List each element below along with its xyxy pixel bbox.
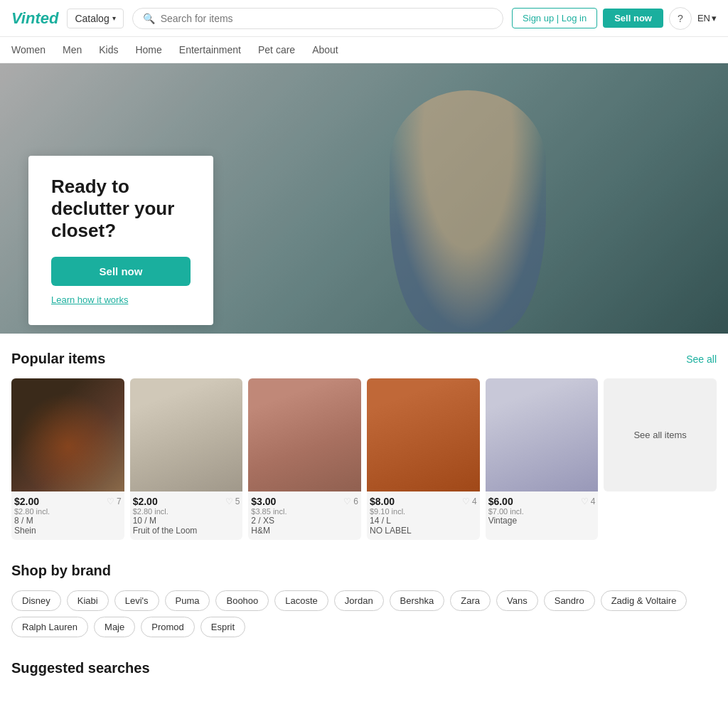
item-size: 2 / XS	[251, 516, 358, 526]
brand-tag-zadig-&-voltaire[interactable]: Zadig & Voltaire	[601, 590, 687, 611]
brand-tag-promod[interactable]: Promod	[141, 617, 195, 637]
brand-tag-boohoo[interactable]: Boohoo	[215, 590, 269, 611]
heart-icon: ♡	[581, 496, 589, 506]
sell-now-button[interactable]: Sell now	[603, 9, 663, 28]
item-info-3: $3.00 ♡ 6 $3.85 incl. 2 / XS H&M	[248, 491, 361, 540]
brand-tag-disney[interactable]: Disney	[11, 590, 61, 611]
brand-tag-ralph-lauren[interactable]: Ralph Lauren	[11, 617, 88, 637]
nav-kids[interactable]: Kids	[99, 44, 118, 55]
nav-men[interactable]: Men	[63, 44, 82, 55]
hero-card: Ready to declutter your closet? Sell now…	[28, 156, 213, 325]
item-image-4	[367, 378, 480, 491]
items-grid: $2.00 ♡ 7 $2.80 incl. 8 / M Shein	[11, 378, 717, 540]
list-item[interactable]: $6.00 ♡ 4 $7.00 incl. Vintage	[486, 378, 599, 540]
brand-tag-puma[interactable]: Puma	[165, 590, 210, 611]
likes-count: 5	[235, 496, 240, 506]
item-price-row: $2.00 ♡ 5	[133, 496, 240, 507]
brand-tag-sandro[interactable]: Sandro	[544, 590, 595, 611]
item-likes: ♡ 6	[343, 496, 358, 506]
item-image-5	[486, 378, 599, 491]
heart-icon: ♡	[107, 496, 114, 506]
chevron-down-icon: ▾	[112, 14, 116, 22]
search-icon: 🔍	[143, 13, 155, 24]
nav-women[interactable]: Women	[11, 44, 46, 55]
brand-tag-maje[interactable]: Maje	[94, 617, 135, 637]
item-price-incl: $2.80 incl.	[14, 507, 122, 516]
likes-count: 4	[591, 496, 596, 506]
item-price: $2.00	[133, 496, 158, 507]
logo[interactable]: Vinted	[11, 9, 58, 28]
popular-see-all-button[interactable]: See all	[686, 354, 717, 365]
auth-button[interactable]: Sign up | Log in	[512, 8, 597, 28]
hero-learn-link[interactable]: Learn how it works	[51, 294, 128, 305]
likes-count: 7	[117, 496, 122, 506]
item-likes: ♡ 7	[107, 496, 122, 506]
item-info-5: $6.00 ♡ 4 $7.00 incl. Vintage	[486, 491, 599, 530]
popular-items-title: Popular items	[11, 351, 105, 367]
item-price-row: $6.00 ♡ 4	[488, 496, 596, 507]
item-price-incl: $9.10 incl.	[370, 507, 477, 516]
item-likes: ♡ 4	[581, 496, 596, 506]
item-info-2: $2.00 ♡ 5 $2.80 incl. 10 / M Fruit of th…	[130, 491, 243, 540]
hero-title: Ready to declutter your closet?	[51, 176, 191, 243]
brand-tag-levi's[interactable]: Levi's	[114, 590, 159, 611]
brand-section-header: Shop by brand	[11, 563, 717, 579]
brand-tag-bershka[interactable]: Bershka	[390, 590, 445, 611]
item-likes: ♡ 5	[225, 496, 240, 506]
item-size: 10 / M	[133, 516, 240, 526]
brand-tag-lacoste[interactable]: Lacoste	[274, 590, 328, 611]
item-brand: Fruit of the Loom	[133, 526, 240, 536]
suggested-section: Suggested searches	[11, 660, 717, 676]
header: Vinted Catalog ▾ 🔍 Sign up | Log in Sell…	[0, 0, 728, 37]
see-all-tile[interactable]: See all items	[604, 378, 717, 491]
language-label: EN	[697, 13, 710, 23]
item-image-1	[11, 378, 124, 491]
popular-items-header: Popular items See all	[11, 351, 717, 367]
nav-pet-care[interactable]: Pet care	[258, 44, 295, 55]
main-content: Popular items See all $2.00 ♡ 7	[0, 334, 728, 707]
list-item[interactable]: $8.00 ♡ 4 $9.10 incl. 14 / L NO LABEL	[367, 378, 480, 540]
search-bar: 🔍	[132, 8, 503, 29]
item-price-row: $3.00 ♡ 6	[251, 496, 358, 507]
catalog-button[interactable]: Catalog ▾	[67, 9, 123, 28]
heart-icon: ♡	[462, 496, 470, 506]
language-button[interactable]: EN ▾	[697, 13, 717, 23]
item-price-row: $8.00 ♡ 4	[370, 496, 477, 507]
list-item[interactable]: $2.00 ♡ 7 $2.80 incl. 8 / M Shein	[11, 378, 124, 540]
help-button[interactable]: ?	[669, 7, 692, 30]
see-all-items-label: See all items	[619, 415, 700, 455]
list-item[interactable]: $3.00 ♡ 6 $3.85 incl. 2 / XS H&M	[248, 378, 361, 540]
item-info-1: $2.00 ♡ 7 $2.80 incl. 8 / M Shein	[11, 491, 124, 540]
suggested-searches-title: Suggested searches	[11, 660, 717, 676]
item-image-3	[248, 378, 361, 491]
nav-home[interactable]: Home	[135, 44, 161, 55]
list-item[interactable]: $2.00 ♡ 5 $2.80 incl. 10 / M Fruit of th…	[130, 378, 243, 540]
likes-count: 6	[353, 496, 358, 506]
brand-tags: DisneyKiabiLevi'sPumaBoohooLacosteJordan…	[11, 590, 717, 637]
item-price-row: $2.00 ♡ 7	[14, 496, 122, 507]
item-price: $8.00	[370, 496, 395, 507]
hero-sell-button[interactable]: Sell now	[51, 257, 191, 286]
search-input[interactable]	[161, 13, 493, 24]
lang-chevron-icon: ▾	[712, 13, 717, 23]
question-icon: ?	[678, 13, 683, 24]
item-brand: H&M	[251, 526, 358, 536]
likes-count: 4	[472, 496, 477, 506]
brand-tag-kiabi[interactable]: Kiabi	[67, 590, 109, 611]
popular-items-section: Popular items See all $2.00 ♡ 7	[11, 351, 717, 540]
brand-tag-vans[interactable]: Vans	[496, 590, 538, 611]
brand-section-title: Shop by brand	[11, 563, 111, 579]
heart-icon: ♡	[225, 496, 233, 506]
item-size: 8 / M	[14, 516, 122, 526]
item-price-incl: $2.80 incl.	[133, 507, 240, 516]
brand-tag-jordan[interactable]: Jordan	[334, 590, 384, 611]
hero-person-image	[390, 90, 546, 332]
hero-section: Ready to declutter your closet? Sell now…	[0, 63, 728, 334]
item-brand: NO LABEL	[370, 526, 477, 536]
item-likes: ♡ 4	[462, 496, 477, 506]
nav-entertainment[interactable]: Entertainment	[179, 44, 241, 55]
brand-tag-esprit[interactable]: Esprit	[200, 617, 245, 637]
nav-about[interactable]: About	[312, 44, 338, 55]
item-price: $2.00	[14, 496, 39, 507]
brand-tag-zara[interactable]: Zara	[450, 590, 491, 611]
